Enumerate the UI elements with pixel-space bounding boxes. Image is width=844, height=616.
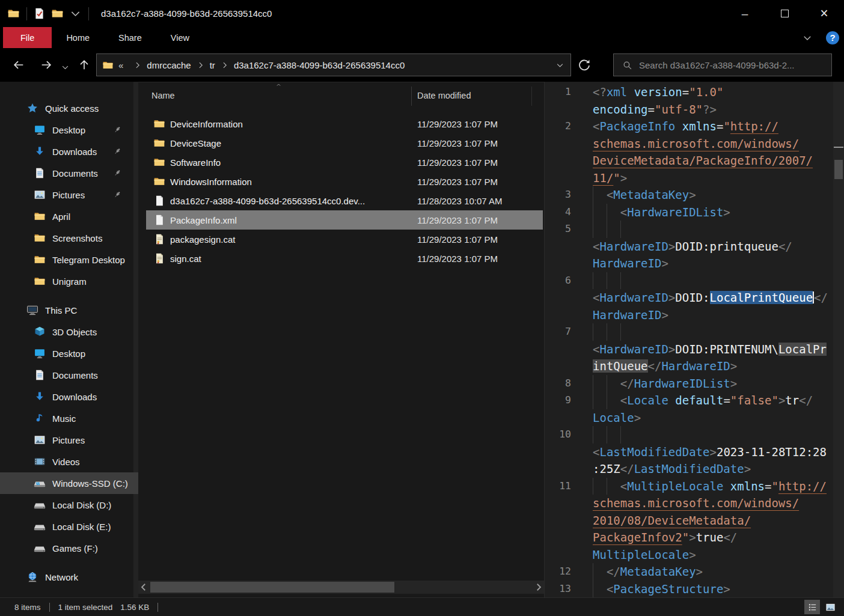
code-line[interactable]: MultipleLocale> bbox=[545, 546, 844, 564]
column-header-name[interactable]: Name bbox=[151, 91, 175, 100]
sidebar-item-music[interactable]: Music bbox=[0, 407, 138, 429]
code-line[interactable]: 4<HardwareIDList> bbox=[545, 204, 844, 221]
tab-file[interactable]: File bbox=[3, 27, 52, 48]
code-line[interactable]: 1<?xml version="1.0" bbox=[545, 84, 844, 101]
code-line[interactable]: 10 bbox=[545, 426, 844, 444]
code-line[interactable]: <HardwareID>DOID:PRINTENUM\LocalPr bbox=[545, 341, 844, 358]
code-line[interactable]: <HardwareID>DOID:LocalPrintQueue</ bbox=[545, 289, 844, 306]
column-separator[interactable] bbox=[531, 87, 532, 106]
code-line[interactable]: schemas.microsoft.com/windows/ bbox=[545, 135, 844, 153]
code-line[interactable]: 7 bbox=[545, 323, 844, 341]
details-view-button[interactable] bbox=[804, 600, 820, 614]
code-line[interactable]: 6 bbox=[545, 272, 844, 290]
sidebar-item-pictures[interactable]: Pictures bbox=[0, 184, 138, 206]
forward-button[interactable] bbox=[40, 58, 53, 72]
sidebar-item-downloads[interactable]: Downloads bbox=[0, 141, 138, 162]
tab-share[interactable]: Share bbox=[104, 27, 156, 48]
maximize-button[interactable] bbox=[765, 0, 804, 27]
code-line[interactable]: 13<PackageStructure> bbox=[545, 581, 844, 598]
qat-properties-button[interactable] bbox=[33, 7, 46, 20]
collapse-ribbon-icon[interactable] bbox=[802, 32, 813, 43]
scrollbar-thumb[interactable] bbox=[150, 582, 394, 593]
qat-new-folder-button[interactable] bbox=[51, 7, 64, 20]
sidebar-item-pictures[interactable]: Pictures bbox=[0, 429, 138, 451]
code-line[interactable]: HardwareID> bbox=[545, 255, 844, 272]
code-line[interactable]: Locale> bbox=[545, 409, 844, 427]
code-line[interactable]: DeviceMetadata/PackageInfo/2007/ bbox=[545, 152, 844, 169]
code-line[interactable]: encoding="utf-8"?> bbox=[545, 101, 844, 118]
file-row[interactable]: d3a162c7-a388-4099-b63d-265639514cc0.dev… bbox=[146, 191, 543, 210]
code-line[interactable]: 3<MetadataKey> bbox=[545, 186, 844, 204]
breadcrumb-overflow-chevron[interactable]: « bbox=[118, 60, 123, 70]
address-dropdown-icon[interactable] bbox=[555, 61, 564, 70]
code-line[interactable]: 2010/08/DeviceMetadata/ bbox=[545, 512, 844, 529]
sidebar-item-local-disk-d-[interactable]: Local Disk (D:) bbox=[0, 494, 138, 516]
code-line[interactable]: 2<PackageInfo xmlns="http:// bbox=[545, 118, 844, 135]
sidebar-item-quick-access[interactable]: Quick access bbox=[0, 97, 138, 119]
file-row[interactable]: PackageInfo.xml11/29/2023 1:07 PM bbox=[146, 210, 543, 230]
file-row[interactable]: DeviceInformation11/29/2023 1:07 PM bbox=[146, 114, 543, 133]
file-row[interactable]: DeviceStage11/29/2023 1:07 PM bbox=[146, 133, 543, 153]
breadcrumb-segment[interactable]: dmrccache bbox=[147, 60, 191, 70]
code-line[interactable]: 9<Locale default="false">tr</ bbox=[545, 392, 844, 409]
code-line[interactable]: schemas.microsoft.com/windows/ bbox=[545, 495, 844, 512]
refresh-button[interactable] bbox=[577, 58, 592, 73]
horizontal-scrollbar[interactable] bbox=[138, 581, 544, 594]
code-line[interactable]: 5 bbox=[545, 221, 844, 238]
code-line[interactable]: PackageInfov2">true</ bbox=[545, 529, 844, 546]
recent-locations-dropdown[interactable] bbox=[61, 61, 70, 74]
search-input[interactable] bbox=[638, 59, 831, 71]
column-header-date-modified[interactable]: Date modified bbox=[417, 91, 471, 100]
address-bar[interactable]: « dmrccachetrd3a162c7-a388-4099-b63d-265… bbox=[96, 53, 571, 76]
scroll-left-icon[interactable] bbox=[138, 581, 149, 594]
help-button[interactable]: ? bbox=[826, 31, 839, 44]
code-vertical-scrollbar[interactable] bbox=[833, 82, 844, 598]
sidebar-item-unigram[interactable]: Unigram bbox=[0, 270, 138, 292]
breadcrumb-segment[interactable]: d3a162c7-a388-4099-b63d-265639514cc0 bbox=[234, 60, 405, 70]
sidebar-item-this-pc[interactable]: This PC bbox=[0, 299, 138, 321]
code-line[interactable]: 11<MultipleLocale xmlns="http:// bbox=[545, 478, 844, 495]
sidebar-item-windows-ssd-c-[interactable]: Windows-SSD (C:) bbox=[0, 472, 138, 494]
file-row[interactable]: sign.cat11/29/2023 1:07 PM bbox=[146, 249, 543, 268]
sidebar-item-games-f-[interactable]: Games (F:) bbox=[0, 537, 138, 559]
code-line[interactable]: :25Z</LastModifiedDate> bbox=[545, 460, 844, 478]
file-list: DeviceInformation11/29/2023 1:07 PMDevic… bbox=[138, 114, 544, 268]
drive-windows-icon bbox=[34, 477, 46, 489]
tab-home[interactable]: Home bbox=[52, 27, 104, 48]
code-line[interactable]: HardwareID> bbox=[545, 306, 844, 324]
file-row[interactable]: WindowsInformation11/29/2023 1:07 PM bbox=[146, 172, 543, 191]
tab-view[interactable]: View bbox=[156, 27, 204, 48]
up-button[interactable] bbox=[78, 58, 91, 72]
sidebar-item-telegram-desktop[interactable]: Telegram Desktop bbox=[0, 249, 138, 270]
sidebar-item-videos[interactable]: Videos bbox=[0, 451, 138, 472]
sidebar-item-documents[interactable]: Documents bbox=[0, 162, 138, 184]
breadcrumb-segment[interactable]: tr bbox=[210, 60, 215, 70]
sidebar-item-local-disk-e-[interactable]: Local Disk (E:) bbox=[0, 516, 138, 537]
sidebar-item-desktop[interactable]: Desktop bbox=[0, 343, 138, 364]
sidebar-item-network[interactable]: Network bbox=[0, 566, 138, 588]
column-separator[interactable] bbox=[411, 87, 412, 106]
sidebar-item-desktop[interactable]: Desktop bbox=[0, 119, 138, 141]
code-line[interactable]: 12</MetadataKey> bbox=[545, 563, 844, 581]
maximize-icon bbox=[781, 10, 789, 17]
sidebar-item-downloads[interactable]: Downloads bbox=[0, 386, 138, 407]
file-row[interactable]: packagesign.cat11/29/2023 1:07 PM bbox=[146, 230, 543, 249]
sidebar-item-april[interactable]: April bbox=[0, 206, 138, 227]
code-line[interactable]: <LastModifiedDate>2023-11-28T12:28 bbox=[545, 444, 844, 461]
sidebar-item-documents[interactable]: Documents bbox=[0, 364, 138, 386]
thumbnails-view-button[interactable] bbox=[822, 600, 838, 614]
file-row[interactable]: SoftwareInfo11/29/2023 1:07 PM bbox=[146, 153, 543, 172]
close-button[interactable]: × bbox=[804, 0, 844, 27]
minimize-button[interactable]: – bbox=[725, 0, 765, 27]
code-text bbox=[593, 426, 844, 444]
code-line[interactable]: 8</HardwareIDList> bbox=[545, 375, 844, 392]
code-line[interactable]: 11/"> bbox=[545, 169, 844, 187]
qat-customize-dropdown-icon[interactable] bbox=[69, 7, 82, 20]
back-button[interactable] bbox=[12, 58, 25, 72]
sidebar-item-screenshots[interactable]: Screenshots bbox=[0, 227, 138, 249]
sidebar-item-3d-objects[interactable]: 3D Objects bbox=[0, 321, 138, 343]
scrollbar-thumb[interactable] bbox=[834, 160, 843, 179]
code-line[interactable]: intQueue</HardwareID> bbox=[545, 358, 844, 375]
scroll-right-icon[interactable] bbox=[533, 581, 544, 594]
code-line[interactable]: <HardwareID>DOID:printqueue</ bbox=[545, 238, 844, 255]
